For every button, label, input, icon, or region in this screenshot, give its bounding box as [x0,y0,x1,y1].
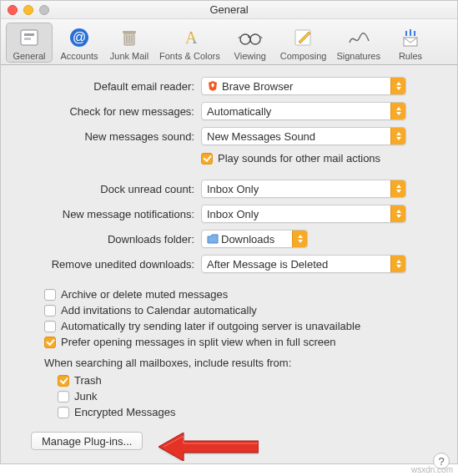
chevron-updown-icon [292,230,307,247]
svg-rect-2 [24,38,31,40]
checkbox-icon [58,375,69,387]
chevron-updown-icon [390,180,405,197]
watermark: wsxdn.com [411,465,453,474]
chevron-updown-icon [390,256,405,272]
tab-signatures[interactable]: Signatures [333,23,384,63]
notifications-select[interactable]: Inbox Only [201,205,406,223]
tab-fonts-colors[interactable]: A Fonts & Colors [156,23,224,63]
add-invites-label: Add invitations to Calendar automaticall… [61,304,257,316]
fonts-icon: A [176,26,203,49]
folder-icon [207,234,219,244]
trash-checkbox[interactable]: Trash [58,374,439,387]
svg-point-12 [250,34,260,44]
remove-unedited-value: After Message is Deleted [207,258,405,271]
dock-unread-label: Dock unread count: [19,183,201,195]
rules-icon [397,26,424,49]
dock-unread-value: Inbox Only [207,183,405,195]
downloads-label: Downloads folder: [19,233,201,246]
tab-junk-label: Junk Mail [110,51,148,61]
new-sound-value: New Messages Sound [207,130,405,143]
preferences-toolbar: General @ Accounts Junk Mail A Fonts & C… [1,19,457,65]
svg-point-11 [240,34,250,44]
encrypted-checkbox[interactable]: Encrypted Messages [58,406,439,418]
junk-label: Junk [74,390,97,403]
default-reader-select[interactable]: Brave Browser [201,77,406,95]
window-controls [8,5,49,15]
chevron-updown-icon [390,205,405,222]
zoom-icon[interactable] [39,5,49,15]
auto-send-later-checkbox[interactable]: Automatically try sending later if outgo… [44,320,439,332]
general-icon [16,26,43,49]
tab-composing-label: Composing [280,51,327,61]
compose-icon [290,26,317,49]
archive-muted-label: Archive or delete muted messages [61,288,228,301]
tab-accounts-label: Accounts [60,51,98,61]
split-view-label: Prefer opening messages in split view wh… [61,336,336,348]
new-sound-label: New messages sound: [19,130,201,143]
chevron-updown-icon [390,103,405,119]
tab-signatures-label: Signatures [336,51,380,61]
default-reader-value: Brave Browser [222,80,405,93]
checkbox-icon [201,153,213,165]
archive-muted-checkbox[interactable]: Archive or delete muted messages [44,288,439,301]
encrypted-label: Encrypted Messages [74,406,175,418]
tab-general[interactable]: General [6,23,53,63]
glasses-icon [237,26,264,49]
signature-icon [345,26,372,49]
minimize-icon[interactable] [23,5,33,15]
search-section-label: When searching all mailboxes, include re… [44,357,439,369]
add-invites-checkbox[interactable]: Add invitations to Calendar automaticall… [44,304,439,316]
tab-rules[interactable]: Rules [387,23,434,63]
svg-text:@: @ [73,30,86,44]
play-sounds-label: Play sounds for other mail actions [218,152,380,165]
tab-fonts-label: Fonts & Colors [159,51,220,61]
trash-label: Trash [74,374,102,387]
manage-plugins-button[interactable]: Manage Plug-ins... [31,432,143,450]
tab-viewing-label: Viewing [234,51,266,61]
auto-send-later-label: Automatically try sending later if outgo… [61,320,360,332]
remove-unedited-label: Remove unedited downloads: [19,258,201,271]
notifications-label: New message notifications: [19,208,201,220]
checkbox-icon [44,337,56,348]
checkbox-icon [44,289,56,301]
tab-junk-mail[interactable]: Junk Mail [106,23,153,63]
checkbox-icon [58,407,69,418]
tab-accounts[interactable]: @ Accounts [56,23,103,63]
dock-unread-select[interactable]: Inbox Only [201,180,406,198]
svg-rect-6 [123,31,136,33]
checkbox-icon [44,305,56,316]
at-icon: @ [66,26,93,49]
junk-checkbox[interactable]: Junk [58,390,439,403]
chevron-updown-icon [390,78,405,94]
chevron-updown-icon [390,128,405,144]
titlebar: General [1,1,457,19]
tab-rules-label: Rules [399,51,422,61]
close-icon[interactable] [8,5,18,15]
new-sound-select[interactable]: New Messages Sound [201,127,406,145]
tab-viewing[interactable]: Viewing [227,23,274,63]
tab-general-label: General [13,51,45,61]
default-reader-label: Default email reader: [19,80,201,93]
split-view-checkbox[interactable]: Prefer opening messages in split view wh… [44,336,439,348]
remove-unedited-select[interactable]: After Message is Deleted [201,255,406,273]
checkbox-icon [44,321,56,332]
trash-icon [116,26,143,49]
svg-text:A: A [185,28,198,47]
window-title: General [209,3,248,16]
notifications-value: Inbox Only [207,208,405,220]
preferences-window: General General @ Accounts Junk Mail A F… [0,0,458,464]
downloads-select[interactable]: Downloads [201,230,308,248]
tab-composing[interactable]: Composing [277,23,330,63]
general-pane: Default email reader: Brave Browser Chec… [1,65,457,463]
checkbox-icon [58,391,69,403]
svg-rect-1 [24,33,34,36]
check-messages-value: Automatically [207,105,405,118]
manage-plugins-label: Manage Plug-ins... [42,435,132,448]
brave-icon [207,80,219,92]
check-messages-select[interactable]: Automatically [201,102,406,120]
play-sounds-checkbox[interactable]: Play sounds for other mail actions [201,152,380,165]
check-messages-label: Check for new messages: [19,105,201,118]
